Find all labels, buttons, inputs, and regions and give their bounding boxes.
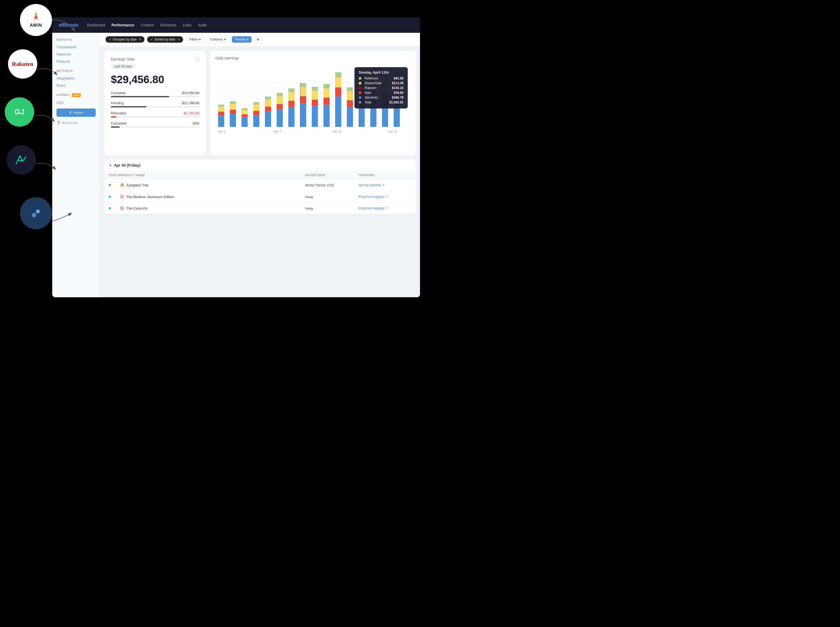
advertiser-1: Warby Parker (US)	[305, 183, 358, 187]
earnings-title: Earnings Total	[111, 57, 134, 61]
presets-button[interactable]: Presets ▾	[232, 36, 252, 43]
new-badge: NEW	[72, 93, 81, 97]
table-row[interactable]: 🔥 Eyeglass Trial Warby Parker (US) /spri…	[104, 179, 416, 191]
svg-rect-51	[335, 77, 341, 87]
chevron-icon: ▼	[109, 164, 112, 167]
check-icon: ✓	[109, 38, 111, 41]
chart-area: Apr 1 Apr 7 Apr 15 Apr 22 Sunday, April …	[216, 65, 411, 150]
svg-point-0	[32, 213, 36, 217]
sidebar-item-csv[interactable]: CSV	[52, 99, 100, 106]
stat-complete-label: Complete	[111, 91, 126, 95]
sidebar-item-integrations[interactable]: Integrations	[52, 75, 100, 82]
svg-rect-36	[300, 103, 306, 127]
tooltip-val-shareasale: $213.45	[392, 81, 403, 85]
upload-icon: ⬆	[69, 110, 72, 115]
info-icon[interactable]: i	[195, 57, 199, 61]
top-nav: affilimate Dashboard Performance Content…	[52, 17, 420, 33]
svg-rect-42	[312, 100, 318, 106]
stat-cancelled: Cancelled 10%	[111, 121, 199, 128]
col-tracking: Tracking	[358, 173, 412, 177]
status-cell-3	[109, 207, 120, 209]
svg-rect-15	[230, 101, 236, 104]
sorted-by-date-chip[interactable]: ✓ Sorted by date ✕	[147, 36, 183, 43]
section-date: Apr 30 (Friday)	[114, 163, 140, 167]
sidebar: REPORTS Transactions Networks Products S…	[52, 33, 100, 297]
table-section-header[interactable]: ▼ Apr 30 (Friday)	[104, 159, 416, 172]
stat-cancelled-label: Cancelled	[111, 121, 126, 125]
stat-complete: Complete $19,450.80	[111, 91, 199, 97]
tooltip-val-rakuten: $150.22	[392, 86, 403, 90]
rakuten-dot	[359, 87, 361, 89]
columns-settings-icon: ⚙	[256, 38, 260, 41]
earnings-card: Earnings Total i Last 30 days $29,456.80…	[104, 50, 206, 155]
nav-performance[interactable]: Performance	[112, 23, 135, 27]
nav-dashboard[interactable]: Dashboard	[87, 23, 105, 27]
stat-refunded-label: Refunded	[111, 111, 126, 115]
filters-button[interactable]: Filters ▾	[186, 36, 204, 43]
svg-rect-25	[265, 107, 271, 112]
cj-logo: GJ	[5, 97, 34, 127]
status-cell-1	[109, 184, 120, 186]
tooltip-val-refersion: $92.85	[393, 77, 403, 80]
partnerize-logo	[20, 197, 52, 229]
product-icon-3: 🚫	[120, 206, 124, 211]
awin-label: AWIN	[30, 23, 42, 28]
svg-rect-31	[277, 93, 283, 96]
chart-tooltip: Sunday, April 11th Refersion $92.85 Shar…	[354, 67, 408, 109]
tracking-link-1[interactable]: /spring-eyewear ↗	[358, 183, 412, 187]
sidebar-item-products[interactable]: Products	[52, 58, 100, 65]
tooltip-val-total: $1,002.91	[389, 101, 403, 104]
how-to-use-link[interactable]: ❓ How to use	[52, 119, 100, 127]
svg-point-2	[37, 210, 39, 213]
svg-rect-52	[335, 72, 341, 77]
svg-rect-33	[288, 101, 294, 107]
svg-rect-17	[241, 114, 248, 117]
table-section: ▼ Apr 30 (Friday) Status Product name Ad…	[104, 159, 416, 214]
tracking-link-2[interactable]: /long-haul-luggage ↗	[358, 195, 412, 198]
col-status: Status	[109, 173, 120, 177]
svg-rect-24	[265, 112, 271, 127]
table-row[interactable]: 🚫 The Medium: Aluminum Edition Away /lon…	[104, 191, 416, 203]
grouped-chip-close[interactable]: ✕	[138, 38, 141, 41]
sidebar-item-rules[interactable]: Rules	[52, 82, 100, 89]
reports-section-title: REPORTS	[52, 38, 100, 43]
svg-text:Apr 22: Apr 22	[388, 130, 397, 133]
svg-text:Apr 15: Apr 15	[332, 130, 341, 133]
tooltip-label-total: Total	[365, 101, 386, 104]
external-link-icon-2: ↗	[385, 195, 388, 198]
columns-button[interactable]: Columns ▾	[207, 36, 229, 43]
status-cell-2	[109, 196, 120, 198]
svg-rect-11	[218, 104, 224, 107]
settings-columns-icon-btn[interactable]: ⚙	[254, 36, 262, 43]
sidebar-item-transactions[interactable]: Transactions	[52, 43, 100, 50]
table-header-row: Status Product name Advertiser Tracking	[104, 172, 416, 179]
import-button[interactable]: ⬆ Import	[57, 109, 96, 117]
nav-links: Dashboard Performance Content Revisions …	[87, 23, 206, 27]
status-dot-1	[109, 184, 111, 186]
content-area: ✓ Grouped by date ✕ ✓ Sorted by date ✕ F…	[100, 33, 420, 297]
chevron-down-icon-3: ▾	[247, 38, 249, 41]
svg-rect-21	[253, 110, 259, 115]
cj-arrow	[33, 110, 55, 124]
stat-complete-bar	[111, 96, 169, 97]
earnings-total: $29,456.80	[111, 74, 199, 85]
grouped-by-date-chip[interactable]: ✓ Grouped by date ✕	[105, 36, 145, 43]
svg-rect-35	[288, 88, 294, 93]
nav-links-item[interactable]: Links	[183, 23, 192, 27]
svg-rect-46	[324, 98, 330, 104]
advertiser-2: Away	[305, 195, 358, 199]
stat-cancelled-bar	[111, 126, 120, 128]
tracking-link-3[interactable]: /long-haul-luggage ↗	[358, 206, 412, 210]
nav-content[interactable]: Content	[141, 23, 154, 27]
nav-audit[interactable]: Audit	[198, 23, 206, 27]
table-row[interactable]: 🚫 The Carry-On Away /long-haul-luggage ↗	[104, 203, 416, 214]
export-section-title: EXPORT NEW	[52, 93, 100, 99]
nav-revisions[interactable]: Revisions	[160, 23, 176, 27]
external-link-icon-3: ↗	[385, 206, 388, 210]
svg-rect-20	[253, 115, 259, 127]
svg-rect-49	[335, 96, 341, 127]
rakuten-logo: Rakuten	[8, 49, 37, 79]
sidebar-item-networks[interactable]: Networks	[52, 50, 100, 58]
sorted-chip-close[interactable]: ✕	[177, 38, 180, 41]
tooltip-row-rakuten: Rakuten $150.22	[359, 86, 403, 90]
